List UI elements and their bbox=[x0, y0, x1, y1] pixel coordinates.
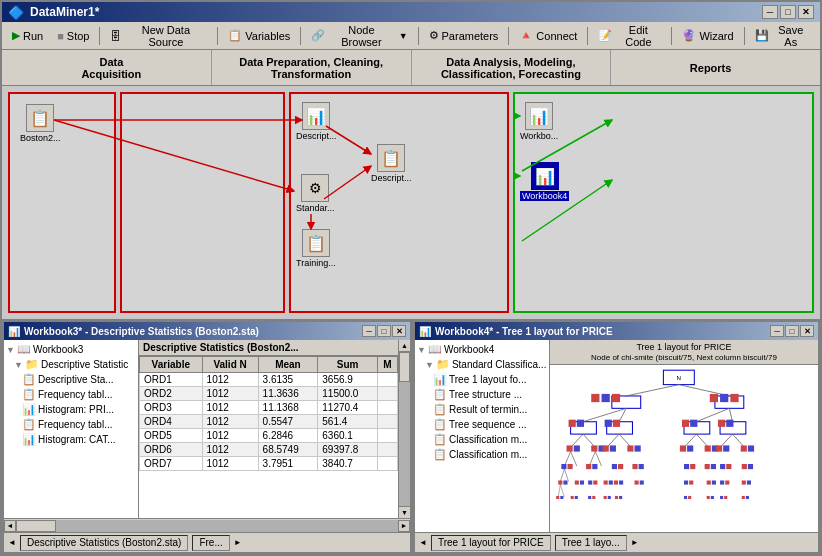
scroll-track-v[interactable] bbox=[399, 352, 410, 506]
svg-rect-19 bbox=[720, 394, 728, 402]
svg-rect-83 bbox=[558, 480, 562, 484]
col-mean: Mean bbox=[258, 357, 318, 373]
tree-visualization: N bbox=[550, 365, 818, 530]
edit-code-button[interactable]: 📝 Edit Code bbox=[592, 25, 667, 47]
separator-2 bbox=[217, 27, 218, 45]
sub-window-icon-workbook3: 📊 bbox=[8, 326, 20, 337]
svg-rect-35 bbox=[718, 420, 725, 427]
stop-button[interactable]: ■ Stop bbox=[51, 25, 95, 47]
sub-title-btns-workbook3: ─ □ ✕ bbox=[362, 325, 406, 337]
scroll-track-h[interactable] bbox=[16, 520, 398, 532]
status-tab-fre: Fre... bbox=[192, 535, 229, 551]
scroll-thumb-v[interactable] bbox=[399, 352, 410, 382]
node-training[interactable]: 📋 Training... bbox=[296, 229, 336, 268]
sheet-icon-2: 📋 bbox=[22, 388, 36, 401]
sub-close-workbook3[interactable]: ✕ bbox=[392, 325, 406, 337]
scroll-up-btn[interactable]: ▲ bbox=[399, 340, 410, 352]
svg-rect-66 bbox=[568, 464, 573, 469]
tree-book-icon: 📖 bbox=[17, 343, 31, 356]
svg-rect-121 bbox=[742, 496, 745, 499]
tree-item-freq-2[interactable]: 📋 Frequency tabl... bbox=[22, 417, 136, 432]
folder-icon-std: 📁 bbox=[436, 358, 450, 371]
book-icon-w4: 📖 bbox=[428, 343, 442, 356]
node-standar[interactable]: ⚙ Standar... bbox=[296, 174, 335, 213]
descriptive-stats-table: Variable Valid N Mean Sum M ORD110123.61… bbox=[139, 356, 398, 471]
close-button[interactable]: ✕ bbox=[798, 5, 814, 19]
svg-rect-47 bbox=[591, 445, 597, 451]
minimize-button[interactable]: ─ bbox=[762, 5, 778, 19]
expand-icon-w4: ▼ bbox=[417, 345, 426, 355]
run-icon: ▶ bbox=[12, 29, 20, 42]
tree-item-class-m1[interactable]: 📋 Classification m... bbox=[433, 432, 547, 447]
scroll-left-btn[interactable]: ◄ bbox=[4, 520, 16, 532]
status-prev-arrow[interactable]: ◄ bbox=[8, 538, 16, 547]
tree-item-descriptive[interactable]: ▼ 📁 Descriptive Statistic bbox=[14, 357, 136, 372]
svg-line-62 bbox=[571, 452, 577, 466]
node-boston[interactable]: 📋 Boston2... bbox=[20, 104, 61, 143]
new-datasource-button[interactable]: 🗄 New Data Source bbox=[104, 25, 213, 47]
tree-item-tree-layout[interactable]: 📊 Tree 1 layout fo... bbox=[433, 372, 547, 387]
tree-root-workbook3[interactable]: ▼ 📖 Workbook3 bbox=[6, 342, 136, 357]
descript2-icon: 📋 bbox=[377, 144, 405, 172]
training-icon: 📋 bbox=[302, 229, 330, 257]
tree-root-workbook4[interactable]: ▼ 📖 Workbook4 bbox=[417, 342, 547, 357]
tree-panel-workbook4: ▼ 📖 Workbook4 ▼ 📁 Standard Classifica...… bbox=[415, 340, 550, 532]
training-label: Training... bbox=[296, 258, 336, 268]
svg-rect-86 bbox=[580, 480, 584, 484]
connect-button[interactable]: 🔺 Connect bbox=[513, 25, 583, 47]
sub-title-bar-workbook4: 📊 Workbook4* - Tree 1 layout for PRICE ─… bbox=[415, 322, 818, 340]
maximize-button[interactable]: □ bbox=[780, 5, 796, 19]
wizard-button[interactable]: 🔮 Wizard bbox=[676, 25, 739, 47]
standar-label: Standar... bbox=[296, 203, 335, 213]
chart-icon-tree: 📊 bbox=[433, 373, 447, 386]
tree-item-tree-struct[interactable]: 📋 Tree structure ... bbox=[433, 387, 547, 402]
tree-item-result-term[interactable]: 📋 Result of termin... bbox=[433, 402, 547, 417]
svg-rect-96 bbox=[689, 480, 693, 484]
parameters-button[interactable]: ⚙ Parameters bbox=[423, 25, 505, 47]
node-workbook4[interactable]: 📊 Workbook4 bbox=[520, 162, 569, 201]
scroll-thumb-h[interactable] bbox=[16, 520, 56, 532]
save-as-button[interactable]: 💾 Save As bbox=[749, 25, 816, 47]
sub-close-workbook4[interactable]: ✕ bbox=[800, 325, 814, 337]
table-row: ORD6101268.574969397.8 bbox=[140, 443, 398, 457]
svg-rect-55 bbox=[705, 445, 711, 451]
node-workbook3[interactable]: 📊 Workbo... bbox=[520, 102, 558, 141]
run-button[interactable]: ▶ Run bbox=[6, 25, 49, 47]
svg-line-13 bbox=[626, 385, 679, 396]
sub-maximize-workbook3[interactable]: □ bbox=[377, 325, 391, 337]
vertical-scrollbar[interactable]: ▲ ▼ bbox=[398, 340, 410, 518]
node-descript2[interactable]: 📋 Descript... bbox=[371, 144, 412, 183]
tree-item-hist-cat[interactable]: 📊 Histogram: CAT... bbox=[22, 432, 136, 447]
variables-button[interactable]: 📋 Variables bbox=[222, 25, 296, 47]
node-browser-button[interactable]: 🔗 Node Browser ▼ bbox=[305, 25, 413, 47]
svg-rect-74 bbox=[690, 464, 695, 469]
status-prev-arrow-w4[interactable]: ◄ bbox=[419, 538, 427, 547]
status-next-arrow-w4[interactable]: ► bbox=[631, 538, 639, 547]
tree-item-desc-sta[interactable]: 📋 Descriptive Sta... bbox=[22, 372, 136, 387]
svg-rect-102 bbox=[747, 480, 751, 484]
scroll-down-btn[interactable]: ▼ bbox=[399, 506, 410, 518]
separator-5 bbox=[508, 27, 509, 45]
horizontal-scrollbar-workbook3[interactable]: ◄ ► bbox=[4, 518, 410, 532]
status-next-arrow[interactable]: ► bbox=[234, 538, 242, 547]
sub-window-icon-workbook4: 📊 bbox=[419, 326, 431, 337]
header-analysis: Data Analysis, Modeling, Classification,… bbox=[412, 50, 612, 85]
sub-windows-container: 📊 Workbook3* - Descriptive Statistics (B… bbox=[2, 319, 820, 554]
workbook3-label: Workbo... bbox=[520, 131, 558, 141]
datasource-icon: 🗄 bbox=[110, 30, 121, 42]
scroll-right-btn[interactable]: ► bbox=[398, 520, 410, 532]
tree-item-tree-seq[interactable]: 📋 Tree sequence ... bbox=[433, 417, 547, 432]
svg-rect-77 bbox=[720, 464, 725, 469]
tree-item-freq-1[interactable]: 📋 Frequency tabl... bbox=[22, 387, 136, 402]
svg-rect-80 bbox=[748, 464, 753, 469]
tree-item-class-m2[interactable]: 📋 Classification m... bbox=[433, 447, 547, 462]
tree-item-standard[interactable]: ▼ 📁 Standard Classifica... bbox=[425, 357, 547, 372]
sub-minimize-workbook4[interactable]: ─ bbox=[770, 325, 784, 337]
sub-minimize-workbook3[interactable]: ─ bbox=[362, 325, 376, 337]
tree-item-hist-pri[interactable]: 📊 Histogram: PRI... bbox=[22, 402, 136, 417]
sub-maximize-workbook4[interactable]: □ bbox=[785, 325, 799, 337]
svg-rect-12 bbox=[715, 396, 744, 408]
svg-text:N: N bbox=[677, 375, 681, 382]
node-descript1[interactable]: 📊 Descript... bbox=[296, 102, 337, 141]
svg-rect-70 bbox=[618, 464, 623, 469]
